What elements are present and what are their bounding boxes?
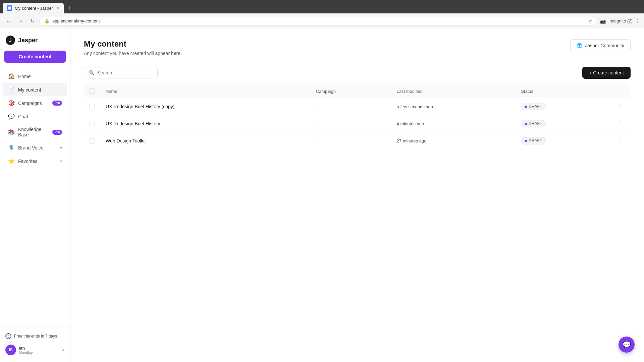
last-modified-column-header: Last modified — [391, 84, 516, 98]
sidebar-item-my-content[interactable]: 📄 My content — [3, 83, 67, 96]
main-header: My content Any content you have created … — [84, 39, 631, 56]
knowledge-base-pro-badge: Pro — [52, 130, 62, 135]
header-text-group: My content Any content you have created … — [84, 39, 182, 56]
select-all-checkbox[interactable] — [90, 88, 95, 94]
search-box[interactable]: 🔍 — [84, 67, 158, 78]
campaigns-icon: 🎯 — [8, 100, 15, 106]
tab-bar: My content - Jasper ✕ + — [0, 0, 644, 13]
row-time-2: 27 minutes ago — [397, 138, 427, 143]
sidebar-nav: 🏠 Home 📄 My content 🎯 Campaigns Pro 💬 Ch… — [0, 68, 70, 326]
page-title: My content — [84, 39, 182, 49]
status-badge-1: DRAFT — [521, 120, 546, 127]
sidebar-item-home[interactable]: 🏠 Home — [3, 70, 67, 83]
status-badge-2: DRAFT — [521, 137, 546, 144]
table-row: Web Design Toolkit - 27 minutes ago DRAF… — [84, 132, 631, 149]
page-subtitle: Any content you have created will appear… — [84, 51, 182, 56]
reload-button[interactable]: ↻ — [28, 16, 37, 25]
user-section[interactable]: IS Ian Moodjoy ∧ — [5, 342, 65, 358]
sidebar-footer: ⏱ Free trial ends in 7 days IS Ian Moodj… — [0, 326, 70, 362]
trial-text: Free trial ends in 7 days — [14, 334, 57, 339]
chat-fab-button[interactable]: 💬 — [619, 337, 635, 353]
community-icon: 🌐 — [577, 43, 582, 48]
brand-voice-chevron-icon: ▾ — [60, 145, 62, 150]
table-body: UX Redesign Brief History (copy) - a few… — [84, 98, 631, 149]
jasper-logo-icon: J — [5, 35, 15, 45]
new-tab-button[interactable]: + — [65, 3, 74, 13]
sidebar-item-favorites[interactable]: ⭐ Favorites ▾ — [3, 155, 67, 168]
draft-dot-2 — [525, 140, 527, 142]
sidebar-item-chat[interactable]: 💬 Chat — [3, 110, 67, 123]
row-time-0: a few seconds ago — [397, 104, 433, 109]
campaigns-pro-badge: Pro — [52, 101, 62, 106]
status-column-header: Status — [516, 84, 609, 98]
row-name-1[interactable]: UX Redesign Brief History — [106, 121, 160, 126]
forward-button[interactable]: → — [16, 17, 25, 25]
trial-icon: ⏱ — [5, 333, 11, 339]
browser-nav-icons: 📷 Incognito (2) ⋮ — [600, 18, 640, 24]
row-menu-button-2[interactable]: ⋮ — [615, 137, 625, 145]
actions-column-header — [609, 84, 631, 98]
tab-title: My content - Jasper — [15, 6, 53, 11]
toolbar: 🔍 + Create content — [84, 67, 631, 79]
app: J Jasper Create content 🏠 Home 📄 My cont… — [0, 28, 644, 362]
row-campaign-1: - — [316, 121, 318, 126]
row-checkbox-2[interactable] — [90, 138, 95, 143]
status-badge-0: DRAFT — [521, 103, 546, 110]
svg-point-0 — [8, 6, 11, 10]
browser-chrome: My content - Jasper ✕ + ← → ↻ 🔒 app.jasp… — [0, 0, 644, 28]
lock-icon: 🔒 — [44, 18, 50, 23]
logo-text: Jasper — [18, 37, 38, 44]
document-icon: 📄 — [8, 86, 15, 93]
home-icon: 🏠 — [8, 73, 15, 79]
community-button-label: Jasper Community — [585, 43, 624, 48]
select-all-column — [84, 84, 101, 98]
sidebar-create-button[interactable]: Create content — [4, 51, 66, 63]
row-campaign-0: - — [316, 104, 318, 109]
sidebar-item-campaigns[interactable]: 🎯 Campaigns Pro — [3, 97, 67, 110]
sidebar-item-knowledge-base[interactable]: 📚 Knowledge Base Pro — [3, 123, 67, 141]
row-name-2[interactable]: Web Design Toolkit — [106, 138, 146, 143]
sidebar-item-brand-voice[interactable]: 🎙️ Brand Voice ▾ — [3, 141, 67, 154]
row-checkbox-0[interactable] — [90, 104, 95, 109]
sidebar-item-campaigns-label: Campaigns — [18, 101, 42, 106]
jasper-community-button[interactable]: 🌐 Jasper Community — [570, 39, 631, 52]
user-chevron-icon[interactable]: ∧ — [62, 348, 65, 352]
url-text: app.jasper.ai/my-content — [52, 18, 586, 23]
search-icon: 🔍 — [89, 70, 95, 75]
campaign-column-header: Campaign — [311, 84, 391, 98]
bookmark-icon[interactable]: ☆ — [588, 18, 592, 23]
sidebar-item-knowledge-base-label: Knowledge Base — [18, 127, 49, 137]
sidebar-item-favorites-label: Favorites — [18, 159, 38, 164]
sidebar-item-chat-label: Chat — [18, 114, 28, 119]
search-input[interactable] — [97, 70, 153, 75]
create-content-button[interactable]: + Create content — [582, 67, 631, 79]
row-checkbox-1[interactable] — [90, 121, 95, 126]
tab-close-button[interactable]: ✕ — [56, 5, 60, 11]
draft-dot-1 — [525, 123, 527, 125]
row-time-1: 4 minutes ago — [397, 121, 424, 126]
user-name: Ian — [19, 346, 59, 351]
sidebar-item-home-label: Home — [18, 74, 31, 79]
chat-icon: 💬 — [8, 113, 15, 120]
main-content: My content Any content you have created … — [70, 28, 644, 362]
svg-text:J: J — [9, 38, 12, 43]
sidebar: J Jasper Create content 🏠 Home 📄 My cont… — [0, 28, 70, 362]
row-menu-button-0[interactable]: ⋮ — [615, 103, 625, 111]
user-info: Ian Moodjoy — [19, 346, 59, 355]
browser-menu-icon[interactable]: ⋮ — [635, 18, 640, 24]
back-button[interactable]: ← — [4, 17, 13, 25]
table-row: UX Redesign Brief History (copy) - a few… — [84, 98, 631, 115]
sidebar-item-my-content-label: My content — [18, 87, 41, 93]
trial-notice: ⏱ Free trial ends in 7 days — [5, 330, 65, 342]
row-campaign-2: - — [316, 138, 318, 143]
tab-favicon — [7, 5, 12, 11]
avatar: IS — [5, 345, 16, 355]
active-tab[interactable]: My content - Jasper ✕ — [3, 3, 64, 13]
row-menu-button-1[interactable]: ⋮ — [615, 120, 625, 128]
name-column-header: Name — [100, 84, 311, 98]
row-name-0[interactable]: UX Redesign Brief History (copy) — [106, 104, 174, 109]
address-bar[interactable]: 🔒 app.jasper.ai/my-content ☆ — [39, 16, 597, 26]
create-content-label: + Create content — [589, 70, 624, 75]
knowledge-base-icon: 📚 — [8, 129, 15, 135]
content-table: Name Campaign Last modified Status UX Re… — [84, 84, 631, 149]
